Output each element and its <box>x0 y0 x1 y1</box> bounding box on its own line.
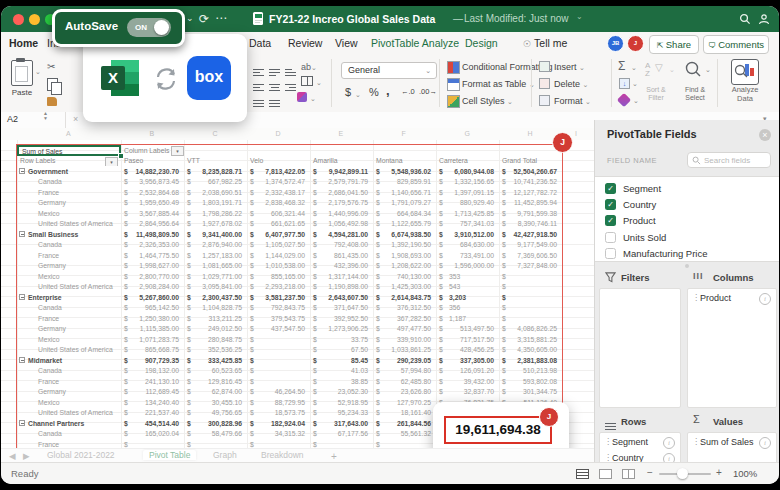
zoom-in-button[interactable]: + <box>716 467 722 478</box>
chevron-down-icon[interactable]: ⌄ <box>576 12 583 21</box>
checkbox-units-sold[interactable] <box>605 232 616 243</box>
format-as-table-icon[interactable] <box>447 78 460 91</box>
comma-format-icon[interactable]: , <box>386 83 390 98</box>
paste-label[interactable]: Paste <box>5 88 39 97</box>
checkbox-segment[interactable]: ✓ <box>605 183 616 194</box>
field-label-units-sold[interactable]: Units Sold <box>623 232 666 243</box>
name-box-stepper[interactable]: ▲▼ <box>43 111 48 121</box>
avatar-j[interactable]: J <box>539 407 559 427</box>
insert-cells-icon[interactable] <box>539 61 550 72</box>
zoom-out-button[interactable]: − <box>647 467 653 478</box>
zoom-level[interactable]: 100% <box>733 468 757 479</box>
prev-sheet-icon[interactable]: ◀ <box>9 451 16 461</box>
analyze-data-label[interactable]: Analyze Data <box>727 86 763 103</box>
next-sheet-icon[interactable]: ▶ <box>23 451 30 461</box>
name-box[interactable]: A2 ▲▼ <box>1 112 66 128</box>
column-header-G[interactable]: G <box>465 130 470 137</box>
format-cells-icon[interactable] <box>539 95 550 106</box>
tab-pivottable-analyze[interactable]: PivotTable Analyze <box>371 37 459 49</box>
delete-cells-label[interactable]: Delete ⌄ <box>554 79 588 89</box>
tab-data[interactable]: Data <box>249 37 271 49</box>
number-format-select[interactable]: General ⌄ <box>341 62 437 79</box>
sheet-grid[interactable]: Sum of SalesColumn Labels▾Row Labels▾Pas… <box>1 140 594 448</box>
fill-icon[interactable]: ↓ <box>619 78 630 89</box>
search-icon[interactable] <box>739 13 751 25</box>
cancel-entry-icon[interactable]: × <box>73 114 78 124</box>
page-break-view-icon[interactable] <box>622 469 635 479</box>
tab-home[interactable]: Home <box>9 37 38 49</box>
sheet-tab-global-2021-2022[interactable]: Global 2021-2022 <box>47 450 115 460</box>
checkbox-manufacturing-price[interactable] <box>605 248 616 259</box>
field-label-manufacturing-price[interactable]: Manufacturing Price <box>623 248 707 259</box>
column-header-E[interactable]: E <box>339 130 344 137</box>
field-label-product[interactable]: Product <box>623 215 656 226</box>
cell-styles-label[interactable]: Cell Styles ⌄ <box>462 96 513 106</box>
columns-area-box[interactable]: ⋮Producti <box>687 288 777 408</box>
increase-decimal-icon[interactable]: .00→ <box>419 87 437 96</box>
sheet-tab-pivot-table[interactable]: Pivot Table <box>143 450 196 460</box>
field-label-segment[interactable]: Segment <box>623 183 661 194</box>
column-header-F[interactable]: F <box>402 130 406 137</box>
close-window-button[interactable] <box>13 14 24 25</box>
filters-area-box[interactable] <box>599 288 681 408</box>
search-fields-input[interactable]: Search fields <box>687 152 771 168</box>
page-layout-view-icon[interactable] <box>599 469 612 479</box>
decrease-decimal-icon[interactable]: ←.0 <box>401 87 415 96</box>
close-icon[interactable]: × <box>759 129 771 141</box>
insert-cells-label[interactable]: Insert ⌄ <box>554 62 585 72</box>
chevron-down-icon[interactable]: ⌄ <box>310 95 316 103</box>
cell-styles-icon[interactable] <box>447 95 460 108</box>
orientation-icon[interactable]: ab⌄ <box>301 62 317 72</box>
checkbox-product[interactable]: ✓ <box>605 215 616 226</box>
currency-format-icon[interactable]: $ <box>345 86 351 98</box>
delete-cells-icon[interactable] <box>539 78 550 89</box>
rows-area-box[interactable]: ⋮Segmenti⋮Countryi <box>599 432 681 464</box>
chevron-down-icon[interactable]: ⌄ <box>316 79 322 87</box>
checkbox-country[interactable]: ✓ <box>605 199 616 210</box>
align-right-icon[interactable] <box>285 77 296 95</box>
more-icon[interactable]: ⋯ <box>215 11 227 25</box>
selection-fill-handle[interactable] <box>118 153 124 159</box>
refresh-icon[interactable]: ⟳ <box>199 12 209 26</box>
copy-icon[interactable] <box>47 78 58 91</box>
account-icon[interactable] <box>758 13 770 25</box>
info-icon[interactable]: i <box>759 437 771 449</box>
find-select-label[interactable]: Find & Select <box>677 86 713 102</box>
drag-grip-icon[interactable]: ⋮ <box>692 293 699 302</box>
column-header-C[interactable]: C <box>213 130 218 137</box>
sort-filter-icon[interactable]: AZ▽ <box>645 62 667 80</box>
column-header-A[interactable]: A <box>66 130 71 137</box>
column-header-D[interactable]: D <box>276 130 281 137</box>
indent-increase-icon[interactable] <box>269 93 280 111</box>
add-sheet-button[interactable]: + <box>331 451 337 462</box>
indent-decrease-icon[interactable] <box>253 93 264 111</box>
wrap-text-icon[interactable] <box>297 92 307 102</box>
chevron-down-icon[interactable]: ⌄ <box>355 91 361 99</box>
format-cells-label[interactable]: Format ⌄ <box>554 96 591 106</box>
analyze-data-icon[interactable] <box>731 59 759 85</box>
sheet-tab-graph[interactable]: Graph <box>213 450 237 460</box>
tab-design[interactable]: Design <box>465 37 498 49</box>
info-icon[interactable]: i <box>663 437 675 449</box>
sheet-tab-breakdown[interactable]: Breakdown <box>261 450 304 460</box>
drag-grip-icon[interactable]: ⋮ <box>692 437 699 446</box>
clear-icon[interactable] <box>617 93 631 107</box>
conditional-formatting-icon[interactable] <box>447 61 460 74</box>
find-select-icon[interactable] <box>683 60 703 80</box>
collaborator-cursor-avatar[interactable]: J <box>552 132 573 153</box>
avatar-jb[interactable]: JB <box>607 35 624 52</box>
tab-review[interactable]: Review <box>288 37 322 49</box>
area-item-segment[interactable]: Segment <box>612 437 648 447</box>
tab-tell-me[interactable]: ☉Tell me <box>523 37 567 49</box>
field-label-country[interactable]: Country <box>623 199 656 210</box>
format-as-table-label[interactable]: Format as Table ⌄ <box>462 79 535 89</box>
autosave-toggle[interactable]: ON <box>127 18 171 37</box>
drag-grip-icon[interactable]: ⋮ <box>604 453 611 462</box>
minimize-window-button[interactable] <box>29 14 40 25</box>
values-area-box[interactable]: ⋮Sum of Salesi <box>687 432 777 464</box>
area-item-product[interactable]: Product <box>700 293 731 303</box>
share-button[interactable]: ⇱ Share <box>649 35 699 54</box>
column-header-I[interactable]: I <box>575 130 577 137</box>
info-icon[interactable]: i <box>759 293 771 305</box>
comments-button[interactable]: 🗨 Comments <box>703 35 769 54</box>
